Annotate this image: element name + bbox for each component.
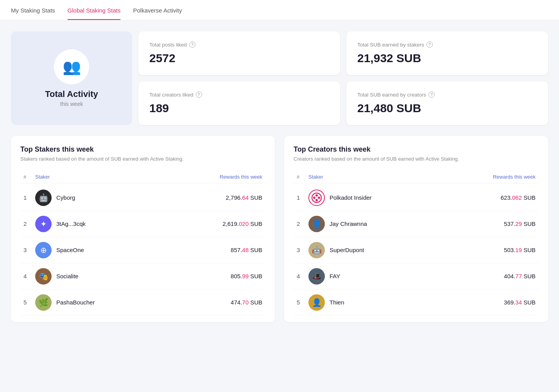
- metric-posts-value: 2572: [149, 52, 329, 65]
- svg-point-2: [315, 199, 318, 201]
- col-rank-creators: #: [297, 174, 308, 180]
- avatar: 🤖: [308, 242, 325, 258]
- col-rewards-creators: Rewards this week: [422, 174, 536, 180]
- row-reward: 404.77 SUB: [422, 273, 536, 279]
- table-row: 1 Polkadot Insider 623.062 SUB: [294, 185, 539, 211]
- metric-sub-creators-value: 21,480 SUB: [357, 102, 537, 115]
- row-reward: 857.48 SUB: [149, 247, 263, 253]
- row-user: 👤 Thien: [308, 294, 422, 311]
- activity-title: Total Activity: [45, 89, 98, 99]
- metric-creators-liked: Total creators liked ? 189: [138, 81, 340, 125]
- row-reward: 2,796.64 SUB: [149, 194, 263, 201]
- row-user: ✦ 3tAg...3cqk: [35, 216, 149, 232]
- row-rank: 4: [23, 273, 35, 279]
- row-rank: 2: [23, 220, 35, 227]
- metric-sub-stakers-value: 21,932 SUB: [357, 52, 537, 65]
- svg-point-1: [315, 194, 318, 197]
- top-creators-section: Top Creators this week Creators ranked b…: [284, 136, 548, 322]
- table-row: 4 🎭 Socialite 805.99 SUB: [20, 263, 265, 290]
- row-user: 🌿 PashaBoucher: [35, 294, 149, 311]
- navigation-tabs: My Staking Stats Global Staking Stats Po…: [0, 0, 559, 20]
- help-icon-creators[interactable]: ?: [196, 91, 202, 98]
- table-row: 2 ✦ 3tAg...3cqk 2,619.020 SUB: [20, 211, 265, 237]
- top-stakers-subtitle: Stakers ranked based on the amount of SU…: [20, 155, 265, 163]
- row-rank: 5: [297, 299, 308, 306]
- metrics-grid: Total posts liked ? 2572 Total SUB earne…: [138, 31, 548, 125]
- user-name: FAY: [330, 273, 340, 279]
- row-rank: 3: [297, 247, 308, 253]
- row-rank: 5: [23, 299, 35, 306]
- metric-sub-creators: Total SUB earned by creators ? 21,480 SU…: [346, 81, 548, 125]
- table-row: 5 👤 Thien 369.34 SUB: [294, 290, 539, 316]
- user-name: 3tAg...3cqk: [56, 220, 86, 227]
- row-user: 🤖 Cyborg: [35, 190, 149, 206]
- table-row: 2 👤 Jay Chrawnna 537.29 SUB: [294, 211, 539, 237]
- user-name: Cyborg: [56, 194, 75, 201]
- avatar: 🎭: [35, 268, 52, 285]
- metric-sub-creators-label: Total SUB earned by creators ?: [357, 91, 537, 98]
- row-reward: 2,619.020 SUB: [149, 220, 263, 227]
- top-stakers-title: Top Stakers this week: [20, 145, 265, 154]
- metric-posts-label: Total posts liked ?: [149, 41, 329, 48]
- col-rewards-stakers: Rewards this week: [149, 174, 263, 180]
- tab-polkaverse[interactable]: Polkaverse Activity: [133, 7, 182, 20]
- help-icon-sub-creators[interactable]: ?: [428, 91, 435, 98]
- metric-posts-liked: Total posts liked ? 2572: [138, 31, 340, 75]
- metric-creators-value: 189: [149, 102, 329, 115]
- row-rank: 2: [297, 220, 308, 227]
- people-icon: 👥: [63, 58, 81, 75]
- avatar: 🌿: [35, 294, 52, 311]
- avatar: [308, 190, 325, 206]
- svg-point-3: [313, 197, 315, 199]
- avatar: 👤: [308, 216, 325, 232]
- avatar: 🤖: [35, 190, 52, 206]
- svg-point-4: [318, 197, 320, 199]
- help-icon-sub-stakers[interactable]: ?: [426, 41, 433, 48]
- table-row: 5 🌿 PashaBoucher 474.70 SUB: [20, 290, 265, 316]
- tab-my-staking[interactable]: My Staking Stats: [11, 7, 55, 20]
- stats-row: 👥 Total Activity this week Total posts l…: [11, 31, 548, 125]
- activity-subtitle: this week: [60, 101, 83, 107]
- row-rank: 1: [23, 194, 35, 201]
- row-reward: 369.34 SUB: [422, 299, 536, 306]
- row-rank: 4: [297, 273, 308, 279]
- row-user: Polkadot Insider: [308, 190, 422, 206]
- metric-sub-stakers: Total SUB earned by stakers ? 21,932 SUB: [346, 31, 548, 75]
- row-rank: 3: [23, 247, 35, 253]
- main-content: 👥 Total Activity this week Total posts l…: [0, 20, 559, 322]
- tab-global-staking[interactable]: Global Staking Stats: [68, 7, 121, 20]
- help-icon-posts[interactable]: ?: [189, 41, 195, 48]
- metric-creators-label: Total creators liked ?: [149, 91, 329, 98]
- row-rank: 1: [297, 194, 308, 201]
- tables-row: Top Stakers this week Stakers ranked bas…: [11, 136, 548, 322]
- col-staker-label: Staker: [35, 174, 149, 180]
- user-name: SuperDupont: [330, 247, 364, 253]
- row-reward: 474.70 SUB: [149, 299, 263, 306]
- row-user: 🎩 FAY: [308, 268, 422, 285]
- user-name: PashaBoucher: [56, 299, 95, 306]
- row-user: 🎭 Socialite: [35, 268, 149, 285]
- avatar: 🎩: [308, 268, 325, 285]
- user-name: Polkadot Insider: [330, 194, 372, 201]
- row-user: ⊕ SpaceOne: [35, 242, 149, 258]
- user-name: Socialite: [56, 273, 79, 279]
- table-row: 1 🤖 Cyborg 2,796.64 SUB: [20, 185, 265, 211]
- row-reward: 503.19 SUB: [422, 247, 536, 253]
- total-activity-card: 👥 Total Activity this week: [11, 31, 132, 125]
- activity-avatar: 👥: [54, 49, 89, 84]
- row-reward: 537.29 SUB: [422, 220, 536, 227]
- table-row: 3 ⊕ SpaceOne 857.48 SUB: [20, 237, 265, 263]
- table-row: 4 🎩 FAY 404.77 SUB: [294, 263, 539, 290]
- row-reward: 805.99 SUB: [149, 273, 263, 279]
- col-rank-stakers: #: [23, 174, 35, 180]
- avatar: ✦: [35, 216, 52, 232]
- user-name: Thien: [330, 299, 344, 306]
- table-row: 3 🤖 SuperDupont 503.19 SUB: [294, 237, 539, 263]
- top-creators-title: Top Creators this week: [294, 145, 539, 154]
- avatar: ⊕: [35, 242, 52, 258]
- user-name: Jay Chrawnna: [330, 220, 367, 227]
- stakers-table-header: # Staker Rewards this week: [20, 171, 265, 183]
- row-reward: 623.062 SUB: [422, 194, 536, 201]
- col-creator-label: Staker: [308, 174, 422, 180]
- row-user: 🤖 SuperDupont: [308, 242, 422, 258]
